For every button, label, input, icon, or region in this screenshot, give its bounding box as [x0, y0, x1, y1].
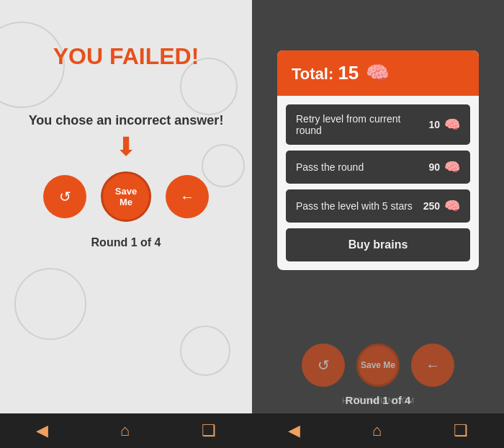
left-panel: YOU FAILED! You chose an incorrect answe…	[0, 0, 252, 448]
option-pass-round-right: 90 🧠	[428, 159, 460, 175]
incorrect-message: You chose an incorrect answer!	[29, 113, 224, 128]
right-save-me-label: Save Me	[361, 360, 395, 370]
retry-button[interactable]: ↺	[43, 175, 86, 218]
left-bottom-nav: ◀ ⌂ ❑	[0, 413, 252, 448]
option-pass-round-row[interactable]: Pass the round 90 🧠	[286, 151, 470, 184]
option-retry-row[interactable]: Retry level from current round 10 🧠	[286, 104, 470, 145]
option-retry-right: 10 🧠	[428, 117, 460, 133]
right-nav-layers-icon[interactable]: ❑	[454, 421, 468, 440]
failed-title: YOU FAILED!	[53, 43, 199, 70]
right-nav-back-icon[interactable]: ◀	[288, 421, 300, 440]
total-value: 15	[338, 62, 359, 84]
buy-brains-button[interactable]: Buy brains	[286, 228, 470, 261]
option-pass-level-brain-icon: 🧠	[444, 198, 460, 214]
option-pass-level-label: Pass the level with 5 stars	[296, 200, 413, 212]
right-panel: Total: 15 🧠 Retry level from current rou…	[252, 0, 504, 448]
total-label-text: Total:	[292, 65, 333, 83]
option-retry-label: Retry level from current round	[296, 113, 428, 136]
left-nav-layers-icon[interactable]: ❑	[202, 421, 216, 440]
right-nav-home-icon[interactable]: ⌂	[372, 421, 382, 440]
save-me-button[interactable]: SaveMe	[101, 171, 151, 222]
left-content: YOU FAILED! You chose an incorrect answe…	[0, 0, 252, 413]
option-pass-level-right: 250 🧠	[423, 198, 460, 214]
option-pass-round-cost: 90	[428, 161, 440, 173]
right-retry-button[interactable]: ↺	[302, 344, 345, 387]
option-pass-level-row[interactable]: Pass the level with 5 stars 250 🧠	[286, 189, 470, 223]
popup-header: Total: 15 🧠	[277, 50, 479, 96]
popup-total-label: Total: 15	[292, 62, 359, 84]
option-pass-round-label: Pass the round	[296, 161, 364, 173]
back-button[interactable]: ←	[166, 175, 209, 218]
option-retry-brain-icon: 🧠	[444, 117, 460, 133]
option-retry-cost: 10	[428, 119, 440, 130]
save-me-label: SaveMe	[115, 186, 137, 207]
arrow-indicator: ⬇	[115, 132, 137, 162]
left-nav-back-icon[interactable]: ◀	[36, 421, 48, 440]
option-pass-level-cost: 250	[423, 200, 440, 212]
right-back-button[interactable]: ←	[411, 344, 454, 387]
right-mid-buttons: ↺ Save Me ←	[302, 344, 454, 387]
round-text: Round 1 of 4	[91, 236, 161, 249]
left-nav-home-icon[interactable]: ⌂	[120, 421, 130, 440]
action-buttons: ⬇ ↺ SaveMe ←	[43, 171, 209, 222]
option-pass-round-brain-icon: 🧠	[444, 159, 460, 175]
right-bottom-nav: ◀ ⌂ ❑	[252, 413, 504, 448]
header-brain-icon: 🧠	[366, 62, 389, 84]
popup-body: Retry level from current round 10 🧠 Pass…	[277, 96, 479, 270]
watermark: HTTP://ARIAN.COM	[342, 396, 414, 405]
right-save-me-button[interactable]: Save Me	[356, 344, 400, 387]
popup-card: Total: 15 🧠 Retry level from current rou…	[277, 50, 479, 270]
